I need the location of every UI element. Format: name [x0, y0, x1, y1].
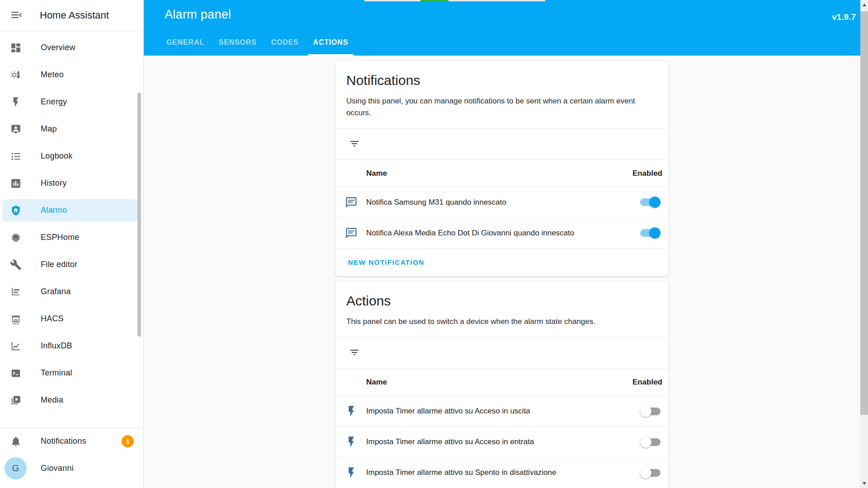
play-box-multiple-icon — [10, 394, 22, 406]
enabled-toggle[interactable] — [640, 436, 660, 448]
enabled-toggle[interactable] — [640, 227, 660, 239]
tab-codes[interactable]: CODES — [266, 29, 304, 56]
scroll-down-arrow[interactable] — [860, 479, 868, 487]
action-name: Imposta Timer allarme attivo su Acceso i… — [366, 407, 530, 416]
column-name: Name — [366, 378, 387, 387]
notifications-filter-button[interactable] — [349, 138, 360, 150]
action-row[interactable]: Imposta Timer allarme attivo su Spento i… — [335, 457, 669, 488]
svg-text:HACS: HACS — [13, 322, 19, 325]
sidebar-item-meteo[interactable]: Meteo — [3, 64, 141, 86]
notifications-card-title: Notifications — [346, 73, 658, 88]
chart-line-icon — [10, 340, 22, 352]
actions-card-title: Actions — [346, 293, 658, 309]
version-label: v1.9.7 — [832, 12, 856, 22]
format-list-bulleted-type-icon — [10, 150, 22, 162]
filter-variant-icon — [349, 138, 360, 150]
sidebar: Home Assistant Overview Meteo Energy Map — [0, 0, 144, 488]
sidebar-item-profile[interactable]: G Giovanni — [3, 457, 140, 479]
notifications-filter-row — [335, 128, 669, 160]
sidebar-item-hacs[interactable]: HACS HACS — [3, 308, 141, 330]
action-name: Imposta Timer allarme attivo su Spento i… — [366, 468, 556, 477]
enabled-toggle[interactable] — [640, 406, 660, 417]
column-enabled: Enabled — [632, 378, 662, 387]
thermometer-sun-icon — [10, 69, 22, 81]
sidebar-bottom-divider — [0, 427, 143, 428]
sidebar-item-media[interactable]: Media — [3, 389, 141, 411]
actions-card-description: This panel can be used to switch a devic… — [346, 316, 658, 328]
notification-name: Notifica Samsung M31 quando innescato — [366, 198, 506, 207]
sidebar-item-logbook[interactable]: Logbook — [3, 145, 141, 167]
page-scrollbar[interactable] — [860, 0, 868, 488]
sidebar-item-alarmo[interactable]: Alarmo — [3, 199, 141, 221]
bell-icon — [10, 436, 22, 447]
scroll-up-arrow[interactable] — [860, 1, 868, 9]
sidebar-nav: Overview Meteo Energy Map Logbook Histor… — [0, 31, 143, 411]
app-title: Home Assistant — [40, 9, 109, 21]
notification-row[interactable]: Notifica Samsung M31 quando innescato — [335, 187, 669, 217]
message-text-icon — [345, 196, 358, 209]
filter-variant-icon — [349, 347, 360, 359]
notification-row[interactable]: Notifica Alexa Media Echo Dot Di Giovann… — [335, 217, 669, 248]
sidebar-item-esphome[interactable]: ESPHome — [3, 226, 141, 249]
enabled-toggle[interactable] — [640, 467, 660, 479]
column-enabled: Enabled — [632, 169, 662, 178]
view-dashboard-icon — [10, 42, 22, 54]
sidebar-toggle-button[interactable] — [9, 8, 24, 23]
app-header: Alarm panel v1.9.7 GENERAL SENSORS CODES… — [144, 0, 860, 56]
enabled-toggle[interactable] — [640, 197, 660, 208]
notifications-card: Notifications Using this panel, you can … — [335, 61, 669, 276]
sidebar-item-energy[interactable]: Energy — [3, 91, 141, 113]
shield-home-icon — [10, 205, 22, 216]
sidebar-toggle-icon — [10, 9, 23, 23]
flash-icon — [345, 466, 358, 479]
actions-table-header: Name Enabled — [335, 369, 669, 396]
sidebar-header: Home Assistant — [0, 0, 143, 31]
actions-filter-row — [335, 338, 669, 369]
sidebar-item-overview[interactable]: Overview — [3, 37, 141, 59]
browser-progress-bar — [364, 0, 545, 1]
page-scrollbar-thumb[interactable] — [860, 11, 868, 415]
sidebar-item-notifications[interactable]: Notifications 1 — [3, 430, 140, 452]
tab-bar: GENERAL SENSORS CODES ACTIONS — [144, 29, 860, 56]
main-area: Alarm panel v1.9.7 GENERAL SENSORS CODES… — [144, 0, 860, 488]
sidebar-item-map[interactable]: Map — [3, 118, 141, 140]
page-title: Alarm panel — [165, 8, 231, 22]
actions-filter-button[interactable] — [349, 347, 360, 359]
tab-general[interactable]: GENERAL — [161, 29, 210, 56]
action-row[interactable]: Imposta Timer allarme attivo su Acceso i… — [335, 427, 669, 457]
notifications-table-header: Name Enabled — [335, 160, 669, 187]
action-row[interactable]: Imposta Timer allarme attivo su Acceso i… — [335, 396, 669, 427]
account-location-icon — [10, 123, 22, 135]
browser-progress-fill — [420, 0, 448, 1]
sidebar-bottom: Notifications 1 G Giovanni — [0, 427, 143, 488]
notifications-card-description: Using this panel, you can manage notific… — [346, 95, 658, 118]
flash-icon — [345, 436, 358, 448]
new-notification-button[interactable]: NEW NOTIFICATION — [335, 248, 669, 276]
chip-icon — [10, 232, 22, 244]
tab-actions[interactable]: ACTIONS — [308, 29, 354, 56]
storefront-icon: HACS — [10, 313, 22, 325]
notification-name: Notifica Alexa Media Echo Dot Di Giovann… — [366, 229, 574, 238]
flash-icon — [10, 96, 22, 108]
tab-sensors[interactable]: SENSORS — [213, 29, 262, 56]
sidebar-item-terminal[interactable]: Terminal — [3, 362, 141, 384]
sidebar-item-file-editor[interactable]: File editor — [3, 253, 141, 276]
screen: Home Assistant Overview Meteo Energy Map — [0, 0, 868, 488]
sidebar-item-grafana[interactable]: Grafana — [3, 281, 141, 303]
notification-count-badge: 1 — [122, 435, 134, 447]
actions-card: Actions This panel can be used to switch… — [335, 282, 669, 488]
flash-icon — [345, 405, 358, 418]
avatar: G — [5, 457, 27, 479]
action-name: Imposta Timer allarme attivo su Acceso i… — [366, 437, 534, 446]
sidebar-scrollbar-thumb[interactable] — [137, 93, 141, 337]
column-name: Name — [366, 169, 387, 178]
content-area: Notifications Using this panel, you can … — [144, 56, 860, 488]
sidebar-item-history[interactable]: History — [3, 172, 141, 194]
chart-box-icon — [10, 178, 22, 189]
sidebar-item-influxdb[interactable]: InfluxDB — [3, 335, 141, 357]
console-icon — [10, 367, 22, 379]
message-text-icon — [345, 227, 358, 239]
chart-timeline-icon — [10, 286, 22, 298]
wrench-icon — [10, 259, 22, 271]
